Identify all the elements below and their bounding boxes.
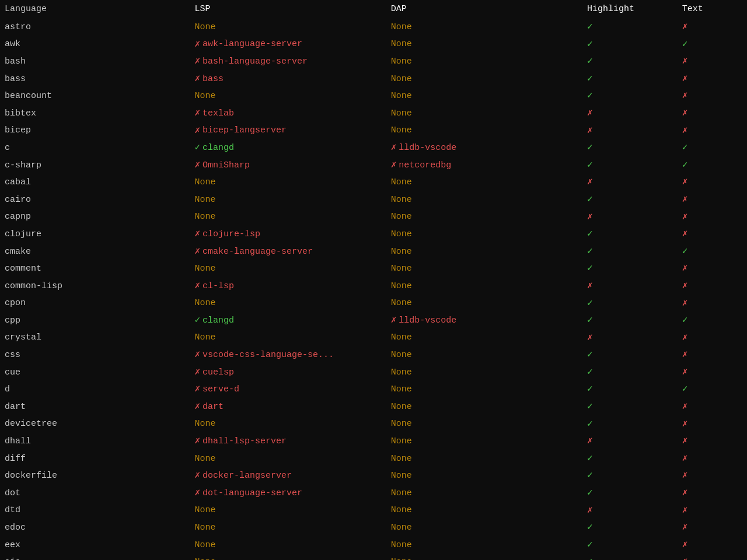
col-header-highlight: Highlight [582, 0, 678, 19]
cell-highlight: ✓ [582, 519, 678, 537]
cell-highlight: ✓ [582, 416, 678, 433]
cross-icon: ✗ [194, 227, 200, 242]
cell-text: ✗ [678, 174, 747, 191]
cell-highlight: ✓ [582, 243, 678, 261]
cell-highlight: ✗ [582, 330, 678, 347]
check-icon: ✓ [587, 401, 593, 412]
cell-lsp: ✗OmniSharp [190, 157, 386, 174]
cell-highlight: ✗ [582, 278, 678, 295]
check-icon: ✓ [587, 488, 593, 498]
cell-text: ✗ [678, 364, 747, 382]
cell-dap: None [386, 88, 582, 105]
check-icon: ✓ [587, 194, 593, 205]
table-row: clojure✗clojure-lspNone✓✗ [0, 226, 747, 243]
cell-highlight: ✓ [582, 191, 678, 209]
cell-highlight: ✓ [582, 88, 678, 105]
check-icon: ✓ [587, 142, 593, 153]
cross-icon: ✗ [391, 158, 397, 173]
cell-lsp: ✗dot-language-server [190, 485, 386, 502]
cell-lsp: None [190, 174, 386, 191]
table-row: awk✗awk-language-serverNone✓✓ [0, 36, 747, 54]
cell-lsp: ✗clojure-lsp [190, 226, 386, 243]
check-icon: ✓ [587, 56, 593, 66]
cell-text: ✗ [678, 537, 747, 554]
cell-highlight: ✓ [582, 485, 678, 502]
cell-dap: None [386, 346, 582, 364]
cell-language: dhall [0, 433, 190, 450]
check-icon: ✓ [682, 246, 688, 257]
cell-language: dot [0, 485, 190, 502]
check-icon: ✓ [194, 141, 200, 156]
cell-language: diff [0, 450, 190, 468]
check-icon: ✓ [587, 349, 593, 360]
cell-language: ejs [0, 554, 190, 560]
cell-dap: None [386, 364, 582, 382]
cell-lsp: None [190, 537, 386, 554]
cross-icon: ✗ [682, 90, 688, 101]
cell-dap: None [386, 105, 582, 123]
cell-dap: None [386, 519, 582, 537]
cell-highlight: ✓ [582, 19, 678, 36]
table-row: capnpNoneNone✗✗ [0, 209, 747, 226]
cell-dap: None [386, 502, 582, 520]
col-header-lsp: LSP [190, 0, 386, 19]
table-row: commentNoneNone✓✗ [0, 260, 747, 278]
cell-text: ✓ [678, 157, 747, 174]
table-row: cabalNoneNone✗✗ [0, 174, 747, 191]
cell-dap: ✗lldb-vscode [386, 312, 582, 330]
cell-text: ✓ [678, 312, 747, 330]
cell-dap: None [386, 295, 582, 313]
table-row: diffNoneNone✓✗ [0, 450, 747, 468]
check-icon: ✓ [587, 419, 593, 429]
cell-dap: None [386, 174, 582, 191]
cell-dap: None [386, 485, 582, 502]
cell-language: bibtex [0, 105, 190, 123]
cross-icon: ✗ [587, 177, 593, 187]
cell-language: c [0, 139, 190, 157]
table-row: astroNoneNone✓✗ [0, 19, 747, 36]
cross-icon: ✗ [682, 194, 688, 205]
cell-lsp: None [190, 88, 386, 105]
cell-lsp: ✗bicep-langserver [190, 123, 386, 140]
cell-lsp: None [190, 260, 386, 278]
table-row: edocNoneNone✓✗ [0, 519, 747, 537]
cell-highlight: ✓ [582, 36, 678, 54]
check-icon: ✓ [682, 142, 688, 153]
table-row: common-lisp✗cl-lspNone✗✗ [0, 278, 747, 295]
cell-language: cpon [0, 295, 190, 313]
cell-lsp: None [190, 502, 386, 520]
cell-highlight: ✓ [582, 450, 678, 468]
cross-icon: ✗ [194, 158, 200, 173]
cross-icon: ✗ [682, 22, 688, 32]
cell-dap: None [386, 398, 582, 416]
cross-icon: ✗ [682, 332, 688, 343]
cross-icon: ✗ [682, 488, 688, 498]
cell-text: ✗ [678, 191, 747, 209]
cell-language: bicep [0, 123, 190, 140]
cell-lsp: None [190, 295, 386, 313]
cross-icon: ✗ [682, 108, 688, 118]
table-row: c✓clangd✗lldb-vscode✓✓ [0, 139, 747, 157]
cell-dap: None [386, 209, 582, 226]
cross-icon: ✗ [194, 244, 200, 260]
cross-icon: ✗ [391, 141, 397, 156]
cross-icon: ✗ [682, 540, 688, 550]
check-icon: ✓ [587, 90, 593, 101]
cell-highlight: ✓ [582, 71, 678, 88]
cell-language: astro [0, 19, 190, 36]
cross-icon: ✗ [682, 556, 688, 560]
cell-text: ✗ [678, 450, 747, 468]
table-row: dhall✗dhall-lsp-serverNone✗✗ [0, 433, 747, 450]
cell-text: ✗ [678, 278, 747, 295]
cross-icon: ✗ [682, 436, 688, 446]
cross-icon: ✗ [194, 348, 200, 363]
cell-language: comment [0, 260, 190, 278]
cell-dap: None [386, 53, 582, 71]
cell-lsp: ✗dhall-lsp-server [190, 433, 386, 450]
cell-dap: None [386, 243, 582, 261]
cell-lsp: ✗cuelsp [190, 364, 386, 382]
table-row: bicep✗bicep-langserverNone✗✗ [0, 123, 747, 140]
check-icon: ✓ [587, 470, 593, 481]
cell-lsp: ✗serve-d [190, 381, 386, 398]
cell-lsp: ✗vscode-css-language-se... [190, 346, 386, 364]
